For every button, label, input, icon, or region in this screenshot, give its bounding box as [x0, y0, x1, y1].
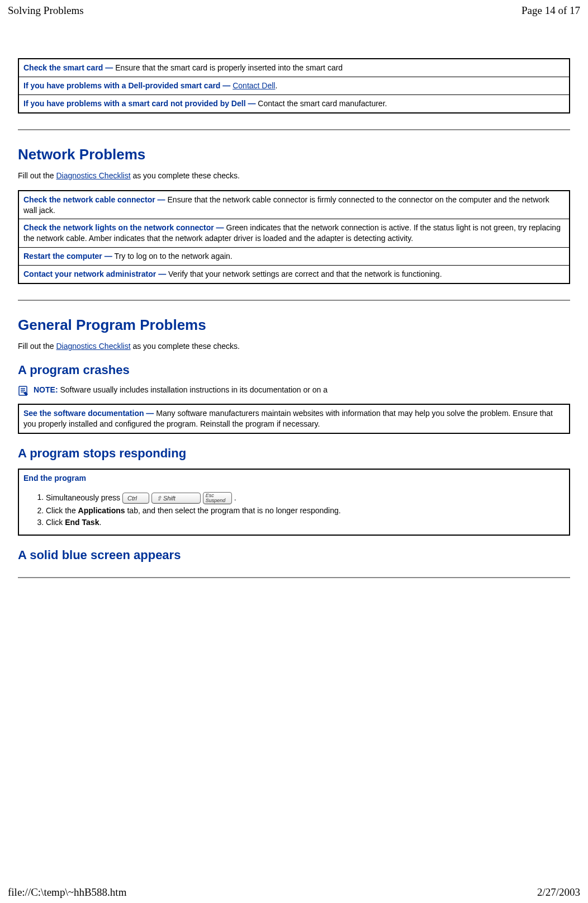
smartcard-row1-bold: Check the smart card —: [23, 63, 115, 72]
divider-3: [18, 577, 570, 578]
network-heading: Network Problems: [18, 146, 570, 163]
network-row3-bold: Restart the computer —: [23, 252, 115, 261]
network-row4: Contact your network administrator — Ver…: [18, 266, 570, 283]
smartcard-row1: Check the smart card — Ensure that the s…: [18, 59, 570, 77]
contact-dell-link[interactable]: Contact Dell: [233, 81, 275, 90]
network-intro: Fill out the Diagnostics Checklist as yo…: [18, 171, 570, 180]
general-intro-post: as you complete these checks.: [131, 342, 240, 351]
note-bold: NOTE:: [34, 385, 60, 394]
note-text: NOTE: Software usually includes installa…: [34, 385, 328, 394]
key-ctrl: Ctrl: [122, 493, 149, 504]
smartcard-row2-bold: If you have problems with a Dell-provide…: [23, 81, 233, 90]
network-intro-pre: Fill out the: [18, 171, 56, 180]
general-heading: General Program Problems: [18, 316, 570, 334]
step3-bold: End Task: [65, 518, 99, 527]
network-row2: Check the network lights on the network …: [18, 219, 570, 248]
header-pageinfo: Page 14 of 17: [521, 4, 580, 17]
step2-bold: Applications: [78, 506, 125, 515]
network-intro-post: as you complete these checks.: [131, 171, 240, 180]
step1-post: .: [234, 493, 236, 502]
doc-row-bold: See the software documentation —: [23, 409, 156, 418]
divider-2: [18, 300, 570, 301]
key-shift-label: Shift: [163, 495, 176, 502]
step-2: Click the Applications tab, and then sel…: [46, 505, 565, 517]
step-1: Simultaneously press Ctrl ⇧ Shift EscSus…: [46, 491, 565, 505]
steps-list: Simultaneously press Ctrl ⇧ Shift EscSus…: [23, 491, 565, 529]
network-row1-bold: Check the network cable connector —: [23, 195, 168, 204]
end-program-cell: End the program Simultaneously press Ctr…: [18, 469, 570, 535]
step2-pre: Click the: [46, 506, 78, 515]
page: Solving Problems Page 14 of 17 Check the…: [0, 0, 588, 903]
smartcard-row1-rest: Ensure that the smart card is properly i…: [115, 63, 343, 72]
general-intro-pre: Fill out the: [18, 342, 56, 351]
page-footer: file://C:\temp\~hhB588.htm 2/27/2003: [0, 882, 588, 903]
key-shift: ⇧ Shift: [151, 493, 201, 504]
header-title: Solving Problems: [8, 4, 84, 17]
step2-post: tab, and then select the program that is…: [125, 506, 341, 515]
stops-heading: A program stops responding: [18, 446, 570, 461]
smartcard-row3-rest: Contact the smart card manufacturer.: [258, 99, 387, 108]
network-row3: Restart the computer — Try to log on to …: [18, 248, 570, 266]
step-3: Click End Task.: [46, 517, 565, 529]
footer-date: 2/27/2003: [537, 886, 580, 899]
step3-pre: Click: [46, 518, 65, 527]
network-row4-bold: Contact your network administrator —: [23, 270, 168, 278]
smartcard-row3-bold: If you have problems with a smart card n…: [23, 99, 258, 108]
footer-path: file://C:\temp\~hhB588.htm: [8, 886, 126, 899]
network-row3-rest: Try to log on to the network again.: [115, 252, 233, 261]
crash-heading: A program crashes: [18, 363, 570, 377]
page-header: Solving Problems Page 14 of 17: [0, 0, 588, 19]
blue-heading: A solid blue screen appears: [18, 548, 570, 562]
network-table: Check the network cable connector — Ensu…: [18, 190, 570, 284]
end-heading: End the program: [23, 473, 565, 484]
content: Check the smart card — Ensure that the s…: [0, 19, 588, 584]
network-row4-rest: Verify that your network settings are co…: [168, 270, 442, 278]
key-esc: EscSuspend: [203, 492, 232, 504]
note-icon: [18, 386, 28, 396]
network-row1: Check the network cable connector — Ensu…: [18, 191, 570, 219]
network-row2-bold: Check the network lights on the network …: [23, 223, 226, 232]
doc-row: See the software documentation — Many so…: [18, 404, 570, 433]
smartcard-row2-after: .: [275, 81, 277, 90]
smartcard-row2: If you have problems with a Dell-provide…: [18, 77, 570, 94]
divider-1: [18, 129, 570, 130]
diagnostics-link-1[interactable]: Diagnostics Checklist: [56, 171, 130, 180]
diagnostics-link-2[interactable]: Diagnostics Checklist: [56, 342, 130, 351]
smartcard-table: Check the smart card — Ensure that the s…: [18, 58, 570, 114]
step3-post: .: [99, 518, 101, 527]
step1-pre: Simultaneously press: [46, 493, 122, 502]
note-rest: Software usually includes installation i…: [60, 385, 328, 394]
key-esc-label2: Suspend: [206, 498, 226, 503]
doc-table: See the software documentation — Many so…: [18, 404, 570, 434]
general-intro: Fill out the Diagnostics Checklist as yo…: [18, 342, 570, 351]
smartcard-row3: If you have problems with a smart card n…: [18, 94, 570, 112]
end-program-table: End the program Simultaneously press Ctr…: [18, 469, 570, 536]
note-row: NOTE: Software usually includes installa…: [18, 385, 570, 396]
